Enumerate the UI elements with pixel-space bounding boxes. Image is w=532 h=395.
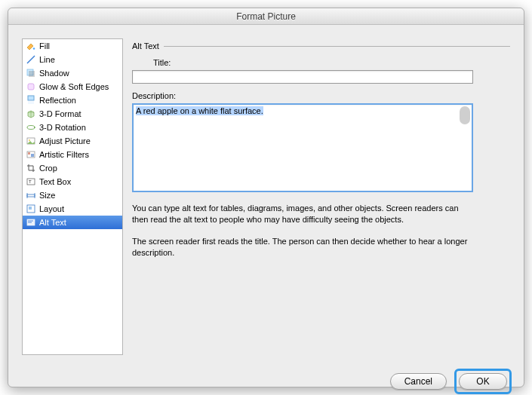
sidebar-item-label: 3-D Rotation bbox=[39, 121, 86, 134]
svg-rect-3 bbox=[29, 71, 35, 77]
text-box-icon: T bbox=[26, 176, 36, 187]
scrollbar-thumb[interactable] bbox=[460, 106, 470, 124]
svg-rect-11 bbox=[28, 152, 30, 155]
dialog-title: Format Picture bbox=[8, 8, 524, 25]
dialog-body: Fill Line Shadow Glow & Soft Edges Refle… bbox=[8, 25, 524, 361]
sidebar-item-size[interactable]: Size bbox=[23, 188, 122, 202]
sidebar-item-label: Glow & Soft Edges bbox=[39, 80, 109, 93]
alt-text-icon bbox=[26, 217, 36, 228]
svg-rect-17 bbox=[29, 207, 32, 210]
svg-point-0 bbox=[33, 47, 35, 49]
sidebar-item-label: Adjust Picture bbox=[39, 134, 91, 148]
sidebar-item-label: 3-D Format bbox=[39, 107, 81, 121]
adjust-picture-icon bbox=[26, 136, 36, 146]
artistic-filters-icon bbox=[26, 149, 36, 160]
size-icon bbox=[26, 190, 36, 201]
sidebar-item-label: Reflection bbox=[39, 93, 76, 107]
layout-icon bbox=[26, 204, 36, 214]
paint-bucket-icon bbox=[26, 41, 36, 51]
sidebar-item-label: Crop bbox=[39, 161, 57, 175]
description-label: Description: bbox=[132, 91, 510, 100]
svg-text:T: T bbox=[29, 179, 32, 184]
title-input[interactable] bbox=[132, 70, 473, 84]
reflection-icon bbox=[26, 95, 36, 106]
alt-text-fieldset: Alt Text Title: Description: A red apple… bbox=[132, 38, 510, 268]
alt-text-panel: Alt Text Title: Description: A red apple… bbox=[132, 38, 510, 355]
sidebar-item-glow[interactable]: Glow & Soft Edges bbox=[23, 80, 122, 93]
sidebar-item-shadow[interactable]: Shadow bbox=[23, 66, 122, 80]
sidebar-item-label: Artistic Filters bbox=[39, 148, 89, 161]
ok-button[interactable]: OK bbox=[459, 373, 507, 390]
sidebar-item-3d-format[interactable]: 3-D Format bbox=[23, 107, 122, 121]
sidebar-item-label: Layout bbox=[39, 202, 64, 216]
sidebar-item-label: Alt Text bbox=[39, 216, 66, 229]
cancel-button[interactable]: Cancel bbox=[390, 373, 447, 390]
sidebar-item-alt-text[interactable]: Alt Text bbox=[23, 216, 122, 229]
sidebar-item-fill[interactable]: Fill bbox=[23, 39, 122, 53]
description-textarea[interactable]: A red apple on a white flat surface. bbox=[132, 103, 473, 192]
sidebar-item-artistic-filters[interactable]: Artistic Filters bbox=[23, 148, 122, 161]
fieldset-legend: Alt Text bbox=[132, 41, 159, 51]
sidebar-item-layout[interactable]: Layout bbox=[23, 202, 122, 216]
sidebar: Fill Line Shadow Glow & Soft Edges Refle… bbox=[22, 38, 123, 355]
sidebar-item-reflection[interactable]: Reflection bbox=[23, 93, 122, 107]
sidebar-item-label: Size bbox=[39, 188, 55, 202]
sidebar-item-line[interactable]: Line bbox=[23, 53, 122, 66]
svg-rect-12 bbox=[31, 154, 34, 157]
sidebar-item-adjust-picture[interactable]: Adjust Picture bbox=[23, 134, 122, 148]
glow-icon bbox=[26, 81, 36, 92]
sidebar-item-label: Line bbox=[39, 53, 55, 66]
dialog-footer: Cancel OK bbox=[8, 361, 524, 395]
svg-point-7 bbox=[27, 126, 35, 130]
help-text: You can type alt text for tables, diagra… bbox=[132, 203, 473, 258]
sidebar-item-text-box[interactable]: T Text Box bbox=[23, 175, 122, 188]
format-picture-dialog: Format Picture Fill Line Shadow Glow & S… bbox=[8, 8, 524, 387]
help-paragraph-2: The screen reader first reads the title.… bbox=[132, 236, 473, 259]
crop-icon bbox=[26, 163, 36, 173]
svg-rect-5 bbox=[28, 96, 34, 100]
help-paragraph-1: You can type alt text for tables, diagra… bbox=[132, 203, 473, 225]
ok-button-highlight: OK bbox=[454, 369, 512, 394]
sidebar-item-3d-rotation[interactable]: 3-D Rotation bbox=[23, 121, 122, 134]
cube-icon bbox=[26, 109, 36, 119]
sidebar-item-label: Fill bbox=[39, 39, 50, 53]
svg-rect-15 bbox=[27, 194, 35, 197]
rotate-3d-icon bbox=[26, 122, 36, 133]
line-icon bbox=[26, 54, 36, 65]
svg-point-9 bbox=[29, 139, 30, 141]
svg-rect-6 bbox=[28, 101, 34, 104]
description-selected-text: A red apple on a white flat surface. bbox=[136, 106, 263, 115]
title-label: Title: bbox=[153, 58, 510, 67]
legend-divider bbox=[164, 46, 510, 47]
sidebar-item-crop[interactable]: Crop bbox=[23, 161, 122, 175]
shadow-icon bbox=[26, 68, 36, 78]
svg-rect-4 bbox=[28, 84, 34, 90]
sidebar-item-label: Text Box bbox=[39, 175, 71, 188]
sidebar-item-label: Shadow bbox=[39, 66, 69, 80]
svg-line-1 bbox=[27, 56, 35, 63]
